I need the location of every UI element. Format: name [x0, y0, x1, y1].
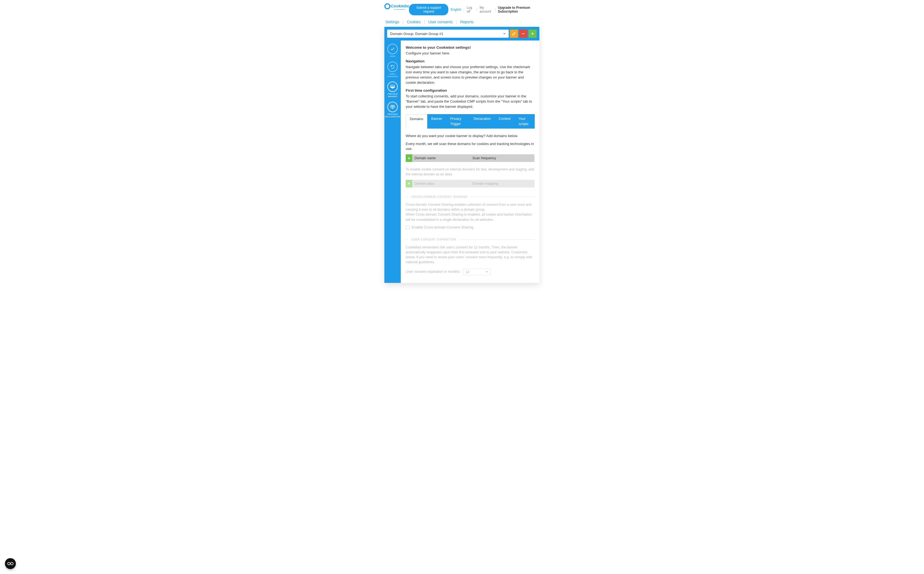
col-domain-alias: Domain alias	[412, 180, 470, 188]
tab-settings[interactable]: Settings	[385, 20, 399, 24]
logo[interactable]: Cookiebot by Usercentrics	[384, 3, 409, 11]
alias-note: To enable cookie consent on internal dom…	[406, 167, 534, 177]
edit-domain-group-button[interactable]	[510, 30, 518, 38]
navigation-title: Navigation	[406, 58, 534, 64]
domain-group-select[interactable]: Domain Group: Domain Group #1	[387, 30, 509, 38]
screen-lines-icon	[390, 104, 395, 109]
rail-save[interactable]: SAVE	[384, 44, 401, 58]
logo-subtext: by Usercentrics	[394, 8, 405, 10]
alias-table: + Domain alias Domain mapping	[406, 180, 534, 188]
expiration-field-label: User consent expiration in months:	[406, 269, 460, 274]
action-rail: SAVE UNDO CHANGES	[384, 41, 401, 283]
expiration-value: 12	[465, 270, 469, 274]
undo-icon	[390, 64, 395, 69]
pencil-icon	[512, 32, 516, 36]
domains-p2: Every month, we will scan these domains …	[406, 142, 534, 152]
plus-icon: +	[408, 180, 410, 187]
firsttime-body: To start collecting consents, add your d…	[406, 94, 534, 109]
remove-domain-group-button[interactable]	[519, 30, 527, 38]
navigation-body: Navigate between tabs and choose your pr…	[406, 65, 534, 85]
svg-rect-1	[522, 33, 524, 34]
svg-rect-3	[531, 33, 534, 34]
cross-domain-checkbox-label: Enable Cross-domain Consent Sharing	[412, 225, 473, 230]
add-alias-button[interactable]: +	[406, 180, 412, 188]
col-domain-mapping: Domain mapping	[470, 180, 534, 188]
cross-domain-checkbox-row: Enable Cross-domain Consent Sharing	[406, 225, 534, 230]
rail-preview-declaration[interactable]: PREVIEW DECLARATION	[384, 102, 401, 118]
add-domain-button[interactable]: +	[406, 154, 412, 162]
col-scan-frequency: Scan frequency	[470, 154, 534, 162]
header-right: Submit a support request English | Log o…	[409, 4, 539, 15]
cross-domain-checkbox[interactable]	[406, 226, 410, 229]
rail-label: PREVIEW BANNER	[384, 93, 401, 98]
settings-inner-tabs: Domains Banner Privacy Trigger Declarati…	[406, 114, 534, 128]
inner-tab-privacy-trigger[interactable]: Privacy Trigger	[446, 114, 470, 128]
tab-reports[interactable]: Reports	[460, 20, 474, 24]
separator: |	[476, 8, 477, 11]
chevron-down-icon	[486, 271, 488, 273]
content-area: Welcome to your Cookiebot settings! Conf…	[401, 41, 539, 283]
chevron-down-icon	[503, 33, 506, 35]
firsttime-title: First time configuration	[406, 88, 534, 93]
cross-domain-p2: When Cross-domain Consent Sharing is ena…	[406, 212, 534, 222]
cross-domain-section-label: CROSS-DOMAIN CONSENT SHARING	[406, 195, 534, 199]
minus-icon	[521, 32, 525, 36]
logoff-link[interactable]: Log off	[467, 6, 474, 13]
inner-tab-domains[interactable]: Domains	[406, 114, 427, 128]
domain-group-selected: Domain Group: Domain Group #1	[390, 32, 443, 36]
plus-icon: +	[408, 155, 410, 161]
svg-point-0	[385, 4, 390, 9]
domains-intro: Where do you want your cookie banner to …	[406, 134, 534, 152]
rail-label: UNDO CHANGES	[384, 73, 401, 78]
screen-icon	[390, 84, 395, 89]
tab-user-consents[interactable]: User consents	[428, 20, 453, 24]
rail-label: PREVIEW DECLARATION	[384, 113, 401, 118]
domain-group-bar: Domain Group: Domain Group #1	[384, 27, 539, 41]
domains-table: + Domain name Scan frequency	[406, 154, 534, 162]
expiration-p1: Cookiebot remembers the user's consent f…	[406, 245, 534, 265]
col-domain-name: Domain name	[412, 154, 470, 162]
settings-card: Domain Group: Domain Group #1	[384, 27, 539, 283]
rail-label: SAVE	[390, 55, 396, 58]
welcome-body: Configure your banner here.	[406, 51, 534, 56]
tab-cookies[interactable]: Cookies	[407, 20, 421, 24]
alias-section: To enable cookie consent on internal dom…	[406, 167, 534, 275]
top-nav-tabs: Settings | Cookies | User consents | Rep…	[384, 17, 539, 27]
app-header: Cookiebot by Usercentrics Submit a suppo…	[384, 0, 539, 17]
expiration-section-label: USER CONSENT EXPIRATION	[406, 238, 534, 242]
check-icon	[390, 47, 395, 51]
inner-tab-content[interactable]: Content	[495, 114, 515, 128]
separator: |	[464, 8, 464, 11]
upgrade-link[interactable]: Upgrade to Premium Subscription	[498, 6, 539, 13]
my-account-link[interactable]: My account	[479, 6, 493, 13]
language-link[interactable]: English	[451, 8, 461, 11]
domains-p1: Where do you want your cookie banner to …	[406, 134, 534, 139]
cross-domain-p1: Cross-domain Consent Sharing enables col…	[406, 202, 534, 212]
inner-tab-banner[interactable]: Banner	[427, 114, 446, 128]
submit-support-button[interactable]: Submit a support request	[409, 4, 448, 15]
plus-icon	[531, 32, 534, 36]
inner-tab-your-scripts[interactable]: Your scripts	[514, 114, 535, 128]
svg-rect-5	[391, 87, 394, 88]
add-domain-group-button[interactable]	[528, 30, 537, 38]
separator: |	[495, 8, 496, 11]
logo-text: Cookiebot	[391, 3, 409, 8]
expiration-field-row: User consent expiration in months: 12	[406, 269, 534, 275]
rail-undo[interactable]: UNDO CHANGES	[384, 62, 401, 78]
inner-tab-declaration[interactable]: Declaration	[469, 114, 495, 128]
welcome-title: Welcome to your Cookiebot settings!	[406, 45, 534, 50]
expiration-select[interactable]: 12	[463, 269, 490, 275]
rail-preview-banner[interactable]: PREVIEW BANNER	[384, 82, 401, 98]
